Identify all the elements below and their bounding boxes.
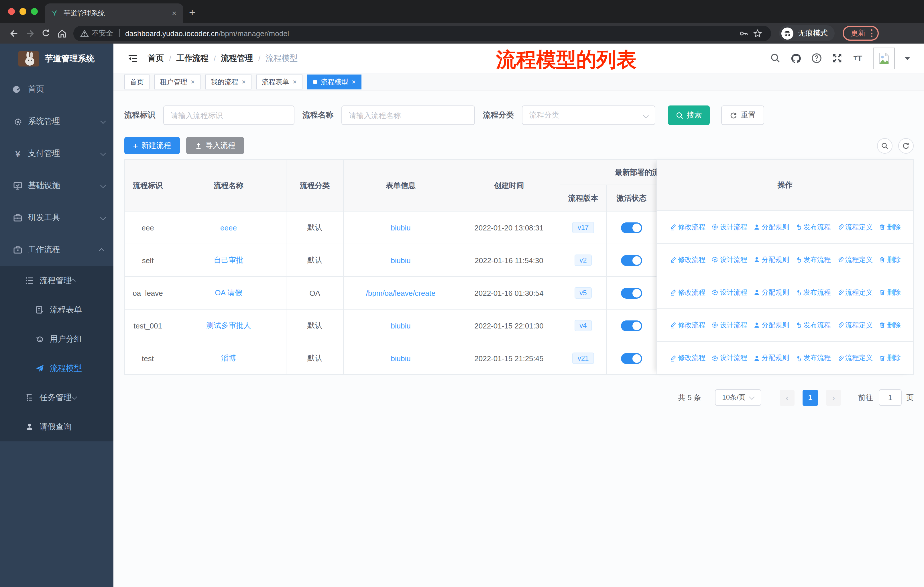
version-badge[interactable]: v5: [574, 287, 592, 299]
active-toggle[interactable]: [621, 320, 642, 331]
logo-row[interactable]: 芋道管理系统: [0, 43, 114, 73]
active-toggle[interactable]: [621, 255, 642, 266]
bookmark-star-icon[interactable]: [751, 25, 764, 41]
category-select[interactable]: 流程分类: [522, 106, 655, 125]
modify-process-link[interactable]: 修改流程: [669, 353, 705, 363]
window-controls[interactable]: [8, 8, 38, 15]
github-icon[interactable]: [790, 53, 802, 64]
assign-rules-link[interactable]: 分配规则: [753, 288, 789, 297]
version-badge[interactable]: v2: [574, 255, 592, 266]
hide-search-button[interactable]: [877, 138, 893, 153]
process-definition-link[interactable]: 流程定义: [837, 288, 873, 297]
refresh-table-button[interactable]: [898, 138, 914, 153]
close-icon[interactable]: ×: [191, 78, 195, 86]
delete-link[interactable]: 删除: [878, 353, 901, 363]
process-key-input[interactable]: [163, 106, 294, 125]
font-size-icon[interactable]: TT: [852, 53, 863, 64]
close-icon[interactable]: ×: [352, 78, 356, 86]
sidebar-item-infrastructure[interactable]: 基础设施: [0, 170, 114, 202]
delete-link[interactable]: 删除: [878, 255, 901, 265]
form-info-link[interactable]: biubiu: [391, 223, 411, 232]
tag-process-form[interactable]: 流程表单 ×: [256, 74, 302, 89]
publish-process-link[interactable]: 发布流程: [795, 255, 831, 265]
assign-rules-link[interactable]: 分配规则: [753, 255, 789, 265]
tag-my-process[interactable]: 我的流程 ×: [205, 74, 251, 89]
publish-process-link[interactable]: 发布流程: [795, 222, 831, 232]
sidebar-item-leave-query[interactable]: 请假查询: [0, 412, 114, 441]
avatar[interactable]: [873, 47, 895, 69]
fullscreen-icon[interactable]: [832, 53, 843, 64]
tag-home[interactable]: 首页: [124, 74, 150, 89]
sidebar-item-user-group[interactable]: 用户分组: [0, 324, 114, 354]
publish-process-link[interactable]: 发布流程: [795, 320, 831, 330]
design-process-link[interactable]: 设计流程: [711, 320, 747, 330]
assign-rules-link[interactable]: 分配规则: [753, 320, 789, 330]
new-tab-button[interactable]: +: [189, 6, 195, 20]
active-toggle[interactable]: [621, 288, 642, 298]
process-definition-link[interactable]: 流程定义: [837, 320, 873, 330]
process-name-input[interactable]: [342, 106, 475, 125]
sidebar-item-payment[interactable]: ¥ 支付管理: [0, 137, 114, 170]
sidebar-item-process-management[interactable]: 流程管理: [0, 266, 114, 295]
sidebar-item-system[interactable]: 系统管理: [0, 106, 114, 137]
design-process-link[interactable]: 设计流程: [711, 353, 747, 363]
search-icon[interactable]: [770, 53, 781, 64]
close-icon[interactable]: ×: [242, 78, 246, 86]
version-badge[interactable]: v4: [574, 320, 592, 331]
delete-link[interactable]: 删除: [878, 320, 901, 330]
form-info-link[interactable]: biubiu: [391, 321, 411, 330]
reload-icon[interactable]: [38, 25, 54, 41]
minimize-window-button[interactable]: [20, 8, 26, 15]
design-process-link[interactable]: 设计流程: [711, 255, 747, 265]
process-name-link[interactable]: eeee: [220, 223, 237, 232]
goto-page-input[interactable]: [879, 389, 902, 406]
prev-page-button[interactable]: ‹: [780, 390, 795, 405]
browser-update-button[interactable]: 更新: [843, 26, 879, 41]
version-badge[interactable]: v21: [573, 352, 594, 364]
help-icon[interactable]: [811, 53, 822, 64]
browser-menu-icon[interactable]: [871, 29, 873, 37]
reset-button[interactable]: 重置: [721, 106, 764, 125]
modify-process-link[interactable]: 修改流程: [669, 222, 705, 232]
next-page-button[interactable]: ›: [826, 390, 841, 405]
sidebar-item-process-model[interactable]: 流程模型: [0, 354, 114, 383]
modify-process-link[interactable]: 修改流程: [669, 255, 705, 265]
tag-process-model[interactable]: 流程模型 ×: [307, 74, 361, 89]
assign-rules-link[interactable]: 分配规则: [753, 353, 789, 363]
process-name-link[interactable]: OA 请假: [215, 288, 242, 297]
forward-icon[interactable]: [22, 25, 38, 41]
assign-rules-link[interactable]: 分配规则: [753, 222, 789, 232]
sidebar-item-home[interactable]: 首页: [0, 73, 114, 106]
process-name-link[interactable]: 测试多审批人: [206, 321, 251, 330]
process-definition-link[interactable]: 流程定义: [837, 255, 873, 265]
url-text[interactable]: dashboard.yudao.iocoder.cn/bpm/manager/m…: [125, 29, 737, 38]
active-toggle[interactable]: [621, 353, 642, 364]
form-info-link[interactable]: biubiu: [391, 256, 411, 265]
page-size-select[interactable]: 10条/页: [715, 389, 761, 406]
security-warning[interactable]: 不安全: [80, 28, 113, 38]
delete-link[interactable]: 删除: [878, 288, 901, 297]
process-definition-link[interactable]: 流程定义: [837, 222, 873, 232]
maximize-window-button[interactable]: [31, 8, 38, 15]
sidebar-item-task-management[interactable]: 任务管理: [0, 383, 114, 412]
current-page-button[interactable]: 1: [803, 390, 818, 405]
browser-tab[interactable]: 芋道管理系统 ×: [45, 3, 183, 23]
modify-process-link[interactable]: 修改流程: [669, 288, 705, 297]
publish-process-link[interactable]: 发布流程: [795, 288, 831, 297]
breadcrumb-process-management[interactable]: 流程管理: [221, 53, 253, 63]
active-toggle[interactable]: [621, 222, 642, 233]
design-process-link[interactable]: 设计流程: [711, 288, 747, 297]
tab-close-icon[interactable]: ×: [171, 8, 178, 18]
sidebar-fold-icon[interactable]: [127, 53, 139, 64]
close-icon[interactable]: ×: [293, 78, 297, 86]
key-icon[interactable]: [737, 25, 751, 41]
sidebar-item-workflow[interactable]: 工作流程: [0, 234, 114, 266]
design-process-link[interactable]: 设计流程: [711, 222, 747, 232]
sidebar-item-dev-tools[interactable]: 研发工具: [0, 202, 114, 234]
close-window-button[interactable]: [8, 8, 15, 15]
publish-process-link[interactable]: 发布流程: [795, 353, 831, 363]
breadcrumb-home[interactable]: 首页: [148, 53, 164, 63]
process-definition-link[interactable]: 流程定义: [837, 353, 873, 363]
sidebar-item-process-form[interactable]: 流程表单: [0, 295, 114, 324]
url-bar[interactable]: 不安全 dashboard.yudao.iocoder.cn/bpm/manag…: [73, 25, 771, 41]
